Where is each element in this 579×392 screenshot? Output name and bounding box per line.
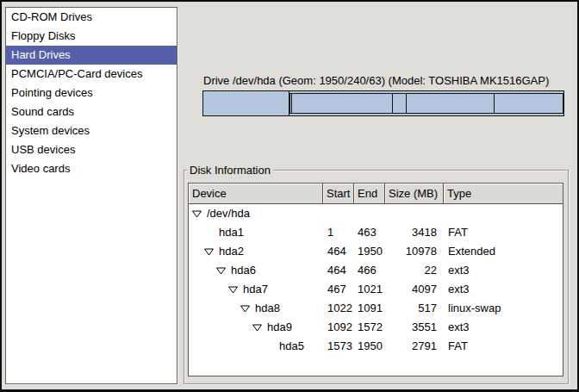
column-header-start[interactable]: Start xyxy=(323,184,354,204)
indent-spacer xyxy=(190,252,204,252)
device-name: hda6 xyxy=(231,261,256,280)
column-header-size-mb[interactable]: Size (MB) xyxy=(385,184,444,204)
cell-type: ext3 xyxy=(444,280,563,299)
sidebar-item-usb-devices[interactable]: USB devices xyxy=(6,140,177,159)
cell-size: 2791 xyxy=(385,337,444,356)
partition-segment-hda5 xyxy=(494,93,563,114)
column-header-type[interactable]: Type xyxy=(444,184,563,204)
indent-spacer xyxy=(190,289,228,290)
indent-spacer xyxy=(190,308,240,309)
table-row-hda6[interactable]: hda646446622ext3 xyxy=(189,261,563,280)
partition-segment-hda7 xyxy=(291,93,393,114)
indent-spacer xyxy=(190,271,216,271)
cell-size: 10978 xyxy=(385,242,444,261)
cell-type: FAT xyxy=(444,223,563,242)
partition-segment-hda2 xyxy=(289,90,564,116)
cell-start: 1573 xyxy=(323,337,354,356)
cell-size: 517 xyxy=(385,299,444,318)
drive-title: Drive /dev/hda (Geom: 1950/240/63) (Mode… xyxy=(203,74,549,87)
cell-type: linux-swap xyxy=(444,299,563,318)
cell-device: hda7 xyxy=(189,280,323,299)
cell-start: 467 xyxy=(323,280,354,299)
cell-device: /dev/hda xyxy=(189,204,323,223)
table-body: /dev/hdahda114633418FAThda2464195010978E… xyxy=(189,204,563,356)
cell-start: 464 xyxy=(323,242,354,261)
cell-end: 463 xyxy=(354,223,385,242)
sidebar-list: CD-ROM DrivesFloppy DisksHard DrivesPCMC… xyxy=(5,7,177,384)
cell-start: 464 xyxy=(323,261,354,280)
partition-segment-hda1 xyxy=(202,90,290,116)
expander-icon[interactable] xyxy=(240,305,250,313)
column-header-device[interactable]: Device xyxy=(189,184,323,204)
cell-end: 1950 xyxy=(354,337,385,356)
table-row-hda9[interactable]: hda9109215723551ext3 xyxy=(189,318,563,337)
disk-information-label: Disk Information xyxy=(187,164,273,177)
cell-end: 1091 xyxy=(354,299,385,318)
cell-size xyxy=(385,204,444,223)
cell-size: 4097 xyxy=(385,280,444,299)
cell-device: hda5 xyxy=(189,337,323,356)
cell-device: hda6 xyxy=(189,261,323,280)
cell-size: 22 xyxy=(385,261,444,280)
device-name: /dev/hda xyxy=(207,204,250,223)
sidebar-item-system-devices[interactable]: System devices xyxy=(6,121,177,140)
table-row-hda8[interactable]: hda810221091517linux-swap xyxy=(189,299,563,318)
indent-spacer xyxy=(190,346,265,347)
disk-table: DeviceStartEndSize (MB)Type /dev/hdahda1… xyxy=(188,183,563,376)
table-header-row: DeviceStartEndSize (MB)Type xyxy=(189,184,563,204)
cell-type xyxy=(444,204,563,223)
cell-start: 1 xyxy=(323,223,354,242)
cell-start: 1092 xyxy=(323,318,354,337)
cell-type: Extended xyxy=(444,242,563,261)
cell-start xyxy=(323,204,354,223)
table-row-hda7[interactable]: hda746710214097ext3 xyxy=(189,280,563,299)
partition-segment-hda8 xyxy=(392,93,407,114)
sidebar-item-sound-cards[interactable]: Sound cards xyxy=(6,103,177,121)
table-row-dev-hda[interactable]: /dev/hda xyxy=(189,204,563,223)
sidebar-item-video-cards[interactable]: Video cards xyxy=(6,159,177,178)
cell-device: hda9 xyxy=(189,318,323,337)
sidebar-item-floppy-disks[interactable]: Floppy Disks xyxy=(6,27,177,46)
cell-end xyxy=(354,204,385,223)
sidebar-item-pointing-devices[interactable]: Pointing devices xyxy=(6,84,177,103)
cell-end: 1572 xyxy=(354,318,385,337)
cell-device: hda8 xyxy=(189,299,323,318)
device-name: hda1 xyxy=(219,223,244,242)
indent-spacer xyxy=(190,233,204,233)
device-name: hda7 xyxy=(243,280,268,299)
table-row-hda2[interactable]: hda2464195010978Extended xyxy=(189,242,563,261)
cell-end: 1021 xyxy=(354,280,385,299)
cell-device: hda2 xyxy=(189,242,323,261)
sidebar-item-cd-rom-drives[interactable]: CD-ROM Drives xyxy=(6,8,177,27)
cell-type: ext3 xyxy=(444,318,563,337)
partition-bar xyxy=(202,90,564,116)
device-name: hda9 xyxy=(267,318,292,337)
table-row-hda1[interactable]: hda114633418FAT xyxy=(189,223,563,242)
device-name: hda8 xyxy=(255,299,280,318)
table-row-hda5[interactable]: hda5157319502791FAT xyxy=(189,337,563,356)
cell-size: 3418 xyxy=(385,223,444,242)
partition-segment-hda9 xyxy=(406,93,495,114)
device-name: hda5 xyxy=(279,337,304,356)
cell-type: FAT xyxy=(444,337,563,356)
sidebar-item-hard-drives[interactable]: Hard Drives xyxy=(6,46,177,65)
expander-icon[interactable] xyxy=(192,210,202,218)
expander-icon[interactable] xyxy=(252,324,262,332)
expander-icon[interactable] xyxy=(228,286,238,294)
cell-start: 1022 xyxy=(323,299,354,318)
hardware-browser-window: CD-ROM DrivesFloppy DisksHard DrivesPCMC… xyxy=(0,0,579,392)
device-name: hda2 xyxy=(219,242,244,261)
column-header-end[interactable]: End xyxy=(354,184,385,204)
indent-spacer xyxy=(190,327,252,328)
cell-end: 1950 xyxy=(354,242,385,261)
expander-icon[interactable] xyxy=(204,248,214,256)
cell-end: 466 xyxy=(354,261,385,280)
cell-device: hda1 xyxy=(189,223,323,242)
cell-type: ext3 xyxy=(444,261,563,280)
sidebar-item-pcmcia-pc-card-devices[interactable]: PCMCIA/PC-Card devices xyxy=(6,65,177,84)
cell-size: 3551 xyxy=(385,318,444,337)
expander-icon[interactable] xyxy=(216,267,226,275)
